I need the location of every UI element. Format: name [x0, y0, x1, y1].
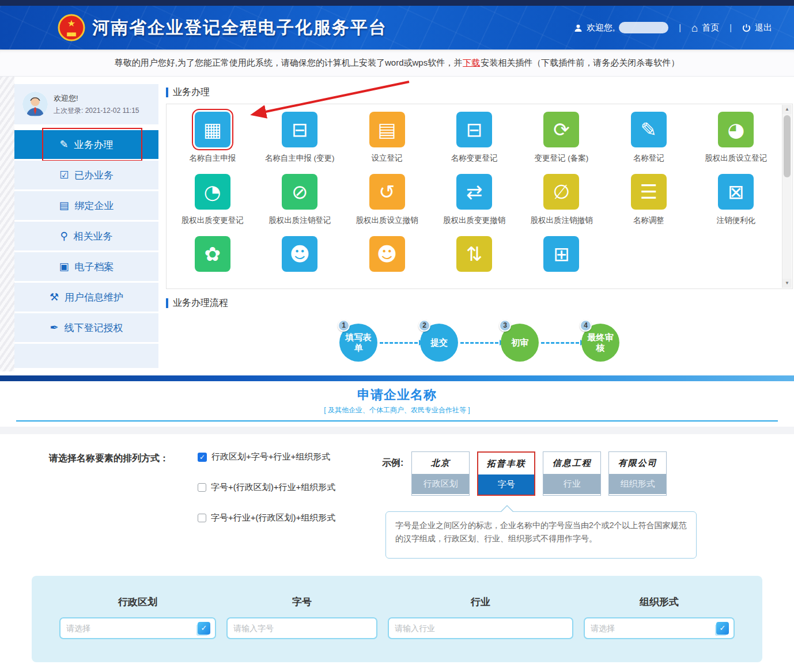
ban-undo-icon[interactable]: ∅ [543, 174, 579, 210]
brand-name-input[interactable] [233, 624, 372, 633]
example-box-org-form: 有限公司 组织形式 [608, 451, 667, 496]
sidebar-item-bind-enterprise[interactable]: ▤ 绑定企业 [14, 191, 158, 220]
service-tile-equity-pledge-change-revoke[interactable]: ⇄ 股权出质变更撤销 [430, 174, 517, 226]
user-welcome: 欢迎您, [574, 22, 668, 33]
clipboard-lines-icon[interactable]: ▤ [369, 112, 405, 147]
person-minus-icon[interactable]: ☻ [282, 236, 317, 272]
box-arrows-icon[interactable]: ⊠ [718, 174, 754, 210]
download-link[interactable]: 下载 [463, 58, 480, 69]
option-label: 行政区划+字号+行业+组织形式 [211, 451, 330, 462]
clipboard-minus-icon[interactable]: ⊟ [282, 112, 317, 147]
service-tile-establish-registration[interactable]: ▤ 设立登记 [343, 112, 430, 164]
sidebar-item-business-handling[interactable]: ✎ 业务办理 [14, 130, 158, 159]
step-number-badge: 4 [580, 320, 592, 332]
pie-chart-minus-icon[interactable]: ◔ [195, 174, 230, 210]
service-tile-equity-pledge-cancel[interactable]: ⊘ 股权出质注销登记 [256, 174, 343, 226]
service-tile-clipped[interactable]: ☻ [256, 236, 343, 272]
pie-chart-ban-icon[interactable]: ⊘ [282, 174, 317, 210]
service-tile-change-registration-filing[interactable]: ⟳ 变更登记 (备案) [518, 112, 605, 164]
clipboard-refresh-icon[interactable]: ⟳ [543, 112, 579, 147]
step-label: 最终审核 [584, 332, 617, 353]
scroll-up-button[interactable] [782, 105, 792, 114]
option-brand-region-industry-form[interactable]: 字号+(行政区划)+行业+组织形式 [198, 482, 366, 493]
service-tile-clipped[interactable]: ⊞ [518, 236, 605, 272]
pie-chart-icon[interactable]: ◕ [718, 112, 754, 147]
region-select[interactable] [59, 617, 216, 639]
sidebar-item-related-business[interactable]: ⚲ 相关业务 [14, 222, 158, 250]
field-industry: 行业 [388, 595, 573, 639]
service-tile-clipped[interactable]: ☻ [343, 236, 430, 272]
org-form-select[interactable] [584, 617, 735, 639]
field-label: 字号 [226, 595, 377, 609]
field-org-form: 组织形式 [584, 595, 735, 639]
service-tile-name-registration[interactable]: ✎ 名称登记 [605, 112, 692, 164]
service-tile-equity-pledge-cancel-revoke[interactable]: ∅ 股权出质注销撤销 [518, 174, 605, 226]
service-tile-name-adjust[interactable]: ☰ 名称调整 [605, 174, 692, 226]
scrollbar-thumb[interactable] [784, 115, 791, 177]
example-box-region: 北京 行政区划 [411, 451, 470, 496]
notice-text-before: 尊敬的用户您好,为了您能正常使用此系统，请确保您的计算机上安装了word或wps… [115, 58, 462, 69]
tile-label: 名称调整 [633, 215, 664, 226]
example-category: 组织形式 [609, 474, 666, 494]
example-name: 北京 [412, 452, 469, 474]
option-region-brand-industry-form[interactable]: 行政区划+字号+行业+组织形式 [198, 451, 366, 462]
name-fields-panel: 行政区划 字号 行业 组织形式 [32, 576, 762, 662]
service-tile-equity-pledge-establish[interactable]: ◕ 股权出质设立登记 [693, 112, 780, 164]
company-book-icon: ▤ [59, 199, 69, 212]
home-label: 首页 [702, 22, 719, 33]
flow-arrow [541, 342, 579, 344]
sidebar-item-electronic-archives[interactable]: ▣ 电子档案 [14, 252, 158, 281]
document-plus-icon[interactable]: ⊞ [543, 236, 579, 272]
select-picker-icon[interactable] [716, 622, 729, 635]
service-tile-name-self-declare-change[interactable]: ⊟ 名称自主申报 (变更) [256, 112, 343, 164]
service-tile-clipped[interactable]: ✿ [169, 236, 256, 272]
sidebar-item-label: 业务办理 [74, 138, 114, 151]
checkbox-unchecked-icon[interactable] [198, 483, 206, 492]
option-brand-industry-region-form[interactable]: 字号+行业+(行政区划)+组织形式 [198, 512, 366, 523]
gray-band [0, 427, 794, 434]
document-search-icon: ⚲ [60, 230, 67, 242]
archive-box-icon: ▣ [59, 260, 69, 273]
logout-button[interactable]: 退出 [742, 22, 772, 33]
merge-arrows-icon[interactable]: ⇅ [456, 236, 492, 272]
select-picker-icon[interactable] [198, 622, 210, 635]
badge-pen-icon: ✒ [50, 321, 58, 334]
industry-inputwrap[interactable] [388, 617, 573, 639]
industry-input[interactable] [395, 624, 568, 633]
org-form-input[interactable] [591, 624, 716, 633]
sidebar-item-label: 已办业务 [74, 169, 114, 182]
sidebar-item-completed-business[interactable]: ☑ 已办业务 [14, 161, 158, 189]
service-tile-equity-pledge-establish-revoke[interactable]: ↺ 股权出质设立撤销 [343, 174, 430, 226]
field-region: 行政区划 [59, 595, 216, 639]
flower-icon[interactable]: ✿ [195, 236, 230, 272]
service-tile-equity-pledge-change[interactable]: ◔ 股权出质变更登记 [169, 174, 256, 226]
building-icon[interactable]: ▦ [195, 112, 230, 147]
field-label: 组织形式 [584, 595, 735, 609]
home-button[interactable]: 首页 [691, 22, 719, 33]
sidebar-item-label: 用户信息维护 [65, 291, 123, 304]
sidebar-item-offline-registration-auth[interactable]: ✒ 线下登记授权 [14, 313, 158, 342]
clipboard-sliders-icon[interactable]: ☰ [631, 174, 667, 210]
list-undo-icon[interactable]: ↺ [369, 174, 405, 210]
service-tile-cancellation-facilitation[interactable]: ⊠ 注销便利化 [693, 174, 780, 226]
clipboard-minus-icon[interactable]: ⊟ [456, 112, 492, 147]
checkbox-checked-icon[interactable] [198, 453, 207, 462]
service-tile-name-self-declare[interactable]: ▦ 名称自主申报 [169, 112, 256, 164]
scrollbar[interactable] [782, 105, 792, 288]
sidebar: 欢迎您! 上次登录: 2021-12-02 11:15 ✎ 业务办理 ☑ 已办业… [14, 84, 158, 371]
checkbox-unchecked-icon[interactable] [198, 514, 206, 522]
brand-name-tooltip: 字号是企业之间区分的标志，企业名称中的字号应当由2个或2个以上符合国家规范的汉字… [385, 511, 697, 559]
region-input[interactable] [66, 624, 198, 633]
flow-arrow [380, 342, 418, 344]
service-tile-name-change-registration[interactable]: ⊟ 名称变更登记 [430, 112, 517, 164]
brand-name-inputwrap[interactable] [226, 617, 377, 639]
clipboard-pencil-icon[interactable]: ✎ [631, 112, 667, 147]
scroll-down-button[interactable] [782, 279, 792, 288]
flow-step-initial-review: 3 初审 [501, 324, 539, 362]
tile-label: 股权出质变更登记 [182, 215, 244, 226]
person-refresh-icon[interactable]: ☻ [369, 236, 405, 272]
sidebar-item-user-info-maintenance[interactable]: ⚒ 用户信息维护 [14, 283, 158, 312]
service-tile-clipped[interactable]: ⇅ [430, 236, 517, 272]
option-label: 字号+行业+(行政区划)+组织形式 [211, 512, 335, 523]
arrows-swap-icon[interactable]: ⇄ [456, 174, 492, 210]
